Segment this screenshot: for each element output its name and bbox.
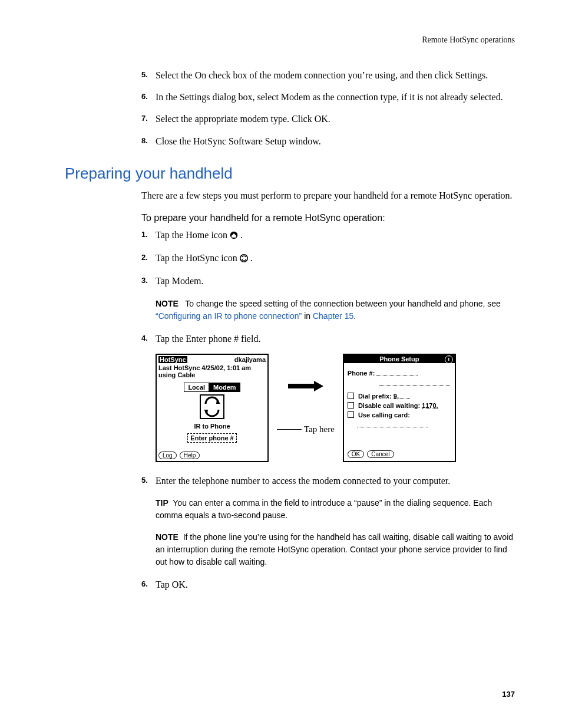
step-text: Select the appropriate modem type. Click…: [156, 112, 515, 126]
body-column: 5. Select the On check box of the modem …: [141, 68, 515, 148]
step-number: 3.: [141, 274, 156, 288]
ok-button[interactable]: OK: [348, 450, 364, 458]
list-item: 8. Close the HotSync Software Setup wind…: [141, 134, 515, 148]
procedure-list: 5. Enter the telephone number to access …: [141, 474, 515, 487]
step-number: 7.: [141, 112, 156, 126]
phone-number-label: Phone #:: [348, 370, 375, 377]
calling-card-checkbox[interactable]: [348, 411, 354, 418]
text-fragment: Tap the HotSync icon: [156, 253, 240, 263]
note-block: NOTE If the phone line you’re using for …: [156, 531, 515, 568]
page-number: 137: [502, 690, 515, 699]
note-text: in: [304, 311, 313, 321]
info-icon[interactable]: i: [445, 355, 453, 364]
log-button[interactable]: Log: [158, 452, 177, 459]
arrow-right-icon: [288, 381, 323, 391]
step-text: Tap Modem.: [156, 274, 515, 288]
svg-rect-2: [200, 395, 224, 419]
list-item: 6. Tap OK.: [141, 578, 515, 591]
calling-card-label: Use calling card:: [358, 411, 410, 419]
list-item: 7. Select the appropriate modem type. Cl…: [141, 112, 515, 126]
step-text: Tap OK.: [156, 578, 515, 591]
phone-number-field-2[interactable]: [379, 379, 450, 386]
note-text: To change the speed setting of the conne…: [185, 299, 501, 308]
list-item: 6. In the Settings dialog box, select Mo…: [141, 90, 515, 104]
running-head: Remote HotSync operations: [65, 35, 515, 45]
body-column: There are a few steps you must perform t…: [141, 189, 515, 591]
step-number: 1.: [141, 228, 156, 243]
list-item: 2. Tap the HotSync icon .: [141, 251, 515, 266]
step-number: 5.: [141, 68, 156, 82]
dial-prefix-field[interactable]: 9,: [394, 393, 410, 399]
phone-number-field[interactable]: [376, 369, 418, 375]
tab-modem[interactable]: Modem: [209, 383, 240, 392]
step-number: 5.: [141, 474, 156, 487]
step-number: 8.: [141, 134, 156, 148]
page: Remote HotSync operations 5. Select the …: [0, 0, 562, 728]
step-text: Close the HotSync Software Setup window.: [156, 134, 515, 148]
svg-rect-3: [288, 384, 314, 388]
xref-link[interactable]: “Configuring an IR to phone connection”: [156, 311, 302, 321]
step-text: Tap the HotSync icon .: [156, 251, 515, 266]
note-label: NOTE: [156, 532, 178, 542]
tab-local[interactable]: Local: [184, 383, 209, 392]
note-block: NOTE To change the speed setting of the …: [156, 298, 515, 322]
home-icon: [230, 229, 238, 243]
disable-call-waiting-checkbox[interactable]: [348, 402, 354, 409]
arrow-area: Tap here: [269, 381, 343, 434]
calling-card-field[interactable]: [357, 421, 428, 427]
dial-prefix-label: Dial prefix:: [358, 393, 392, 400]
step-number: 2.: [141, 251, 156, 266]
text-fragment: Tap the Home icon: [156, 230, 230, 240]
step-text: Enter the telephone number to access the…: [156, 474, 515, 487]
cancel-button[interactable]: Cancel: [367, 450, 394, 458]
phone-setup-screen: Phone Setup i Phone #: Dial prefix: 9,: [343, 354, 456, 462]
hotsync-screen: HotSync dkajiyama Last HotSync 4/25/02, …: [156, 354, 269, 462]
procedure-heading: To prepare your handheld for a remote Ho…: [141, 213, 515, 223]
list-item: 5. Select the On check box of the modem …: [141, 68, 515, 82]
connection-label[interactable]: IR to Phone: [157, 423, 267, 430]
note-label: NOTE: [156, 299, 178, 308]
dialog-title: Phone Setup: [379, 355, 419, 363]
user-name: dkajiyama: [234, 356, 266, 363]
help-button[interactable]: Help: [180, 452, 200, 459]
callout-leader: Tap here: [277, 424, 335, 434]
note-text: If the phone line you’re using for the h…: [156, 532, 513, 566]
hotsync-icon: [240, 252, 248, 266]
list-item: 5. Enter the telephone number to access …: [141, 474, 515, 487]
step-number: 6.: [141, 90, 156, 104]
list-item: 3. Tap Modem.: [141, 274, 515, 288]
list-item: 1. Tap the Home icon .: [141, 228, 515, 243]
step-text: Select the On check box of the modem con…: [156, 68, 515, 82]
note-text: .: [353, 311, 356, 321]
top-step-list: 5. Select the On check box of the modem …: [141, 68, 515, 148]
callout-label: Tap here: [304, 424, 335, 434]
tip-block: TIP You can enter a comma in the field t…: [156, 497, 515, 522]
tip-text: You can enter a comma in the field to in…: [156, 498, 492, 520]
procedure-list: 6. Tap OK.: [141, 578, 515, 591]
xref-link[interactable]: Chapter 15: [313, 311, 353, 321]
procedure-list: 1. Tap the Home icon . 2. Tap the HotSyn…: [141, 228, 515, 288]
step-number: 4.: [141, 332, 156, 345]
step-text: Tap the Home icon .: [156, 228, 515, 243]
step-text: Tap the Enter phone # field.: [156, 332, 515, 345]
text-fragment: .: [250, 253, 253, 263]
list-item: 4. Tap the Enter phone # field.: [141, 332, 515, 345]
disable-call-waiting-label: Disable call waiting:: [358, 402, 420, 409]
section-intro: There are a few steps you must perform t…: [141, 189, 515, 202]
disable-call-waiting-field[interactable]: 1170,: [422, 402, 438, 409]
step-text: In the Settings dialog box, select Modem…: [156, 90, 515, 104]
figure-row: HotSync dkajiyama Last HotSync 4/25/02, …: [156, 354, 515, 462]
text-fragment: .: [240, 230, 243, 240]
app-title: HotSync: [158, 356, 187, 363]
step-number: 6.: [141, 578, 156, 591]
dial-prefix-checkbox[interactable]: [348, 393, 354, 399]
procedure-list: 4. Tap the Enter phone # field.: [141, 332, 515, 345]
tip-label: TIP: [156, 498, 168, 508]
hotsync-button-icon[interactable]: [157, 394, 267, 420]
section-heading: Preparing your handheld: [65, 164, 515, 183]
last-sync-text: Last HotSync 4/25/02, 1:01 am using Cabl…: [157, 364, 267, 379]
enter-phone-field[interactable]: Enter phone #: [187, 433, 236, 443]
